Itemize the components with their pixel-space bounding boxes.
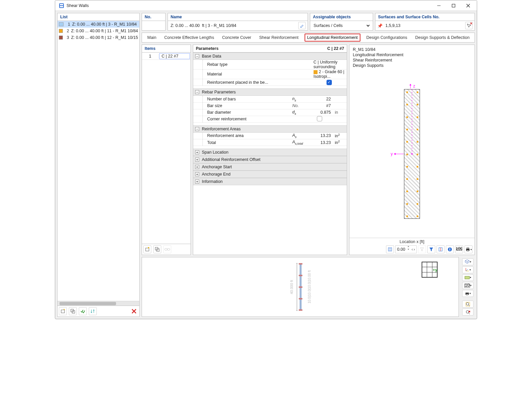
view-settings-button[interactable] [386, 245, 394, 253]
axes-button[interactable]: ▾ [462, 266, 473, 273]
list-row-label: Z: 0.00 ... 40.00 ft | 11 - R_M1 10/84 [71, 29, 138, 33]
list-row-label: Z: 0.00 ... 40.00 ft | 3 - R_M1 10/84 [72, 22, 137, 27]
preview-meta-line: R_M1 10/84 [353, 47, 471, 52]
surfaces-field[interactable] [385, 21, 463, 30]
svg-rect-7 [61, 310, 65, 313]
tab-design-configurations[interactable]: Design Configurations [364, 34, 409, 41]
rebar-dot-icon [417, 104, 418, 105]
group-rebar-params[interactable]: −Rebar Parameters [193, 88, 347, 96]
section-preview[interactable]: z y [349, 70, 474, 238]
info-button[interactable]: i [446, 245, 454, 253]
list-heading: List [57, 13, 140, 21]
check-all-button[interactable] [79, 307, 87, 315]
row-bar-diameter[interactable]: Bar diameterds0.875in [193, 109, 347, 116]
svg-rect-33 [467, 250, 469, 251]
edit-name-button[interactable] [298, 22, 306, 29]
render-mode-button[interactable]: ▾ [462, 274, 473, 281]
rebar-dot-icon [406, 154, 408, 155]
row-bar-size[interactable]: Bar sizeNo.#7 [193, 102, 347, 109]
preview-meta-line: Shear Reinforcement [353, 58, 471, 63]
new-item-button[interactable] [59, 307, 67, 315]
parameters-heading-value: C | 22 #7 [327, 46, 344, 51]
print-button[interactable]: ▾ [465, 245, 472, 253]
svg-line-51 [466, 269, 468, 271]
tab-shear-reinforcement[interactable]: Shear Reinforcement [257, 34, 301, 41]
tab-design-supports-deflection[interactable]: Design Supports & Deflection [413, 34, 471, 41]
axis-z-label: z [409, 84, 415, 88]
scale-button[interactable]: 100 [455, 245, 463, 253]
corner-checkbox[interactable] [317, 116, 322, 121]
pick-surfaces-button[interactable]: ✕ [465, 22, 472, 29]
list-pane: 1Z: 0.00 ... 40.00 ft | 3 - R_M1 10/842Z… [57, 21, 140, 306]
row-rein-placed[interactable]: Reinforcement placed in the be... ✓ [193, 79, 347, 86]
filter-button[interactable] [427, 245, 435, 253]
svg-rect-1 [60, 4, 63, 5]
tab-concrete-cover[interactable]: Concrete Cover [220, 34, 253, 41]
list-row[interactable]: 2Z: 0.00 ... 40.00 ft | 11 - R_M1 10/84 [58, 28, 139, 34]
surfaces-label: Surfaces and Surface Cells No. [375, 13, 475, 21]
group-additional-reinforcement-offset[interactable]: +Additional Reinforcement Offset [193, 156, 347, 163]
rebar-dot-icon [406, 116, 408, 118]
rebar-dot-icon [406, 104, 408, 105]
iso-view-button[interactable]: ▾ [462, 258, 473, 265]
tab-main[interactable]: Main [145, 34, 158, 41]
list-row-label: Z: 0.00 ... 40.00 ft | 12 - R_M1 10/15 [71, 35, 138, 40]
list-row[interactable]: 3Z: 0.00 ... 40.00 ft | 12 - R_M1 10/15 [58, 34, 139, 41]
group-anchorage-start[interactable]: +Anchorage Start [193, 163, 347, 171]
assignable-select[interactable]: Surfaces / Cells [312, 21, 371, 30]
preview-meta-line: Longitudinal Reinforcement [353, 52, 471, 58]
tab-concrete-effective-lengths[interactable]: Concrete Effective Lengths [162, 34, 216, 41]
list-horizontal-scrollbar[interactable] [58, 301, 139, 306]
location-x-spinner[interactable]: 0.00 ˄˅ ‹› [395, 245, 417, 253]
svg-rect-24 [388, 248, 392, 251]
row-number-of-bars[interactable]: Number of barsns22 [193, 96, 347, 102]
elevation-viewer[interactable]: 40.000 ft 10.0|10 [142, 257, 459, 317]
items-link-button[interactable] [163, 245, 171, 253]
scale-10-button[interactable]: 10▾ [462, 282, 473, 289]
svg-text:100: 100 [456, 247, 462, 251]
minimize-button[interactable] [432, 1, 446, 11]
tab-longitudinal-reinforcement[interactable]: Longitudinal Reinforcement [305, 34, 360, 42]
row-reinforcement-area[interactable]: Reinforcement areaAs13.23in2 [193, 133, 347, 139]
delete-item-button[interactable] [130, 307, 138, 315]
material-swatch-icon [314, 70, 318, 74]
close-button[interactable] [461, 1, 475, 11]
svg-rect-37 [299, 287, 302, 288]
svg-point-15 [148, 247, 149, 248]
zoom-reset-button[interactable] [462, 309, 473, 316]
svg-rect-36 [299, 275, 302, 276]
group-information[interactable]: +Information [193, 178, 347, 185]
group-span-location[interactable]: +Span Location [193, 149, 347, 156]
items-copy-button[interactable] [153, 245, 161, 253]
list-row[interactable]: 1Z: 0.00 ... 40.00 ft | 3 - R_M1 10/84 [58, 21, 139, 28]
group-anchorage-end[interactable]: +Anchorage End [193, 171, 347, 178]
svg-point-8 [64, 309, 65, 310]
print-view-button[interactable]: ▾ [462, 290, 473, 297]
sort-button[interactable] [89, 307, 97, 315]
filter-off-button[interactable] [418, 245, 426, 253]
copy-item-button[interactable] [69, 307, 77, 315]
rein-placed-checkbox[interactable]: ✓ [327, 80, 332, 85]
row-total-area[interactable]: TotalAs,total13.23in2 [193, 139, 347, 146]
elevation-spans-label: 10.0|10.0|10.0|10.00 ft [308, 270, 311, 304]
group-reinforcement-areas[interactable]: −Reinforcement Areas [193, 125, 347, 133]
rebar-dot-icon [417, 215, 418, 217]
pin-icon: 📌 [377, 23, 383, 28]
z-axis-dash-icon [411, 89, 413, 154]
nav-cube[interactable]: +y [421, 261, 439, 279]
row-material[interactable]: Material 2 - Grade 60 | Isotropi... [193, 69, 347, 79]
items-row-value[interactable]: C | 22 #7 [159, 53, 190, 59]
items-new-button[interactable] [143, 245, 151, 253]
maximize-button[interactable] [446, 1, 461, 11]
rebar-dot-icon [406, 191, 408, 192]
section-view-button[interactable] [437, 245, 445, 253]
row-corner-reinforcement[interactable]: Corner reinforcement [193, 116, 347, 122]
svg-rect-32 [467, 248, 469, 249]
group-base-data[interactable]: −Base Data [193, 53, 347, 60]
name-field[interactable] [170, 21, 296, 30]
zoom-extents-button[interactable] [462, 301, 473, 308]
rebar-dot-icon [406, 203, 408, 205]
row-rebar-type[interactable]: Rebar type C | Uniformly surrounding [193, 60, 347, 69]
rebar-dot-icon [406, 215, 408, 217]
items-row[interactable]: 1C | 22 #7 [142, 53, 191, 60]
